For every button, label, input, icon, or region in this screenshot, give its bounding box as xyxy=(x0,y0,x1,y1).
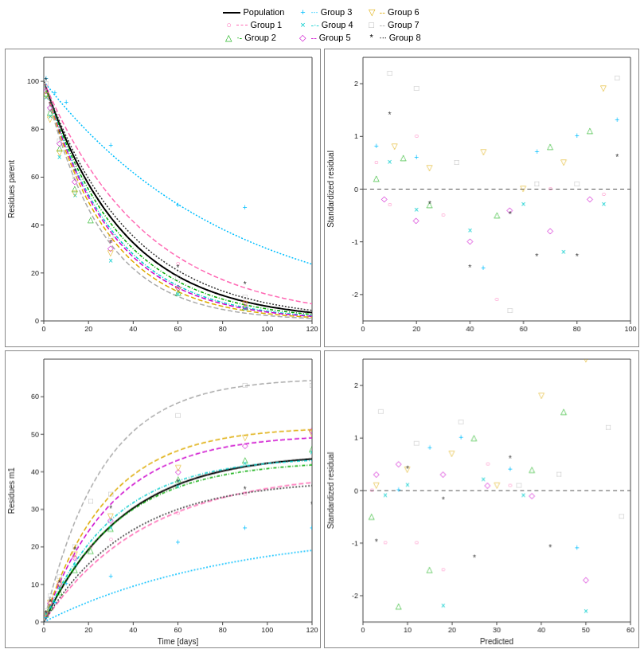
legend-label-group4: Group 4 xyxy=(322,19,353,31)
legend-item-group4: × -·- Group 4 xyxy=(297,19,353,31)
legend-label-group1: Group 1 xyxy=(250,19,282,31)
legend-item-group1: ○ Group 1 xyxy=(223,19,284,31)
legend-col-2: + ··· Group 3 × -·- Group 4 ◇ -- Group 5 xyxy=(297,6,353,44)
canvas-top-left xyxy=(6,49,320,346)
group2-line-icon: ·- xyxy=(236,32,242,44)
canvas-top-right xyxy=(325,49,639,346)
legend-label-group7: Group 7 xyxy=(388,19,420,31)
group3-line-icon: ··· xyxy=(310,6,318,18)
group4-line-icon: -·- xyxy=(310,19,318,31)
legend-col-1: Population ○ Group 1 △ ·- Group 2 xyxy=(223,6,284,44)
group5-line-icon: -- xyxy=(310,32,316,44)
legend-label-group5: Group 5 xyxy=(319,32,351,44)
legend-label-group6: Group 6 xyxy=(388,6,420,18)
legend: Population ○ Group 1 △ ·- Group 2 + ··· … xyxy=(3,6,641,44)
group6-line-icon: -- xyxy=(380,6,385,18)
canvas-bottom-right xyxy=(325,351,639,648)
plot-top-left xyxy=(5,49,321,347)
group3-symbol-icon: + xyxy=(297,6,308,18)
legend-item-group8: * ··· Group 8 xyxy=(366,32,421,44)
legend-item-group2: △ ·- Group 2 xyxy=(223,32,284,44)
legend-label-group2: Group 2 xyxy=(244,32,276,44)
plot-top-right xyxy=(324,49,640,347)
legend-col-3: ▽ -- Group 6 □ -- Group 7 * ··· Group 8 xyxy=(366,6,421,44)
canvas-bottom-left xyxy=(6,351,320,648)
legend-item-population: Population xyxy=(223,6,284,18)
group2-symbol-icon: △ xyxy=(223,32,234,44)
group4-symbol-icon: × xyxy=(297,19,308,31)
legend-item-group6: ▽ -- Group 6 xyxy=(366,6,421,18)
legend-item-group3: + ··· Group 3 xyxy=(297,6,353,18)
plots-grid xyxy=(3,47,641,650)
legend-label-group8: Group 8 xyxy=(389,32,421,44)
group8-symbol-icon: * xyxy=(366,32,377,44)
legend-label-group3: Group 3 xyxy=(321,6,353,18)
legend-item-group7: □ -- Group 7 xyxy=(366,19,421,31)
population-line-icon xyxy=(223,12,240,14)
group1-line-icon xyxy=(236,25,248,25)
group6-symbol-icon: ▽ xyxy=(366,6,377,18)
main-container: Population ○ Group 1 △ ·- Group 2 + ··· … xyxy=(0,0,644,653)
group8-line-icon: ··· xyxy=(380,32,387,44)
plot-bottom-right xyxy=(324,350,640,649)
group1-symbol-icon: ○ xyxy=(223,19,234,31)
group7-line-icon: -- xyxy=(380,19,385,31)
legend-item-group5: ◇ -- Group 5 xyxy=(297,32,353,44)
plot-bottom-left xyxy=(5,350,321,649)
group7-symbol-icon: □ xyxy=(366,19,377,31)
legend-label-population: Population xyxy=(243,6,284,18)
group5-symbol-icon: ◇ xyxy=(297,32,308,44)
